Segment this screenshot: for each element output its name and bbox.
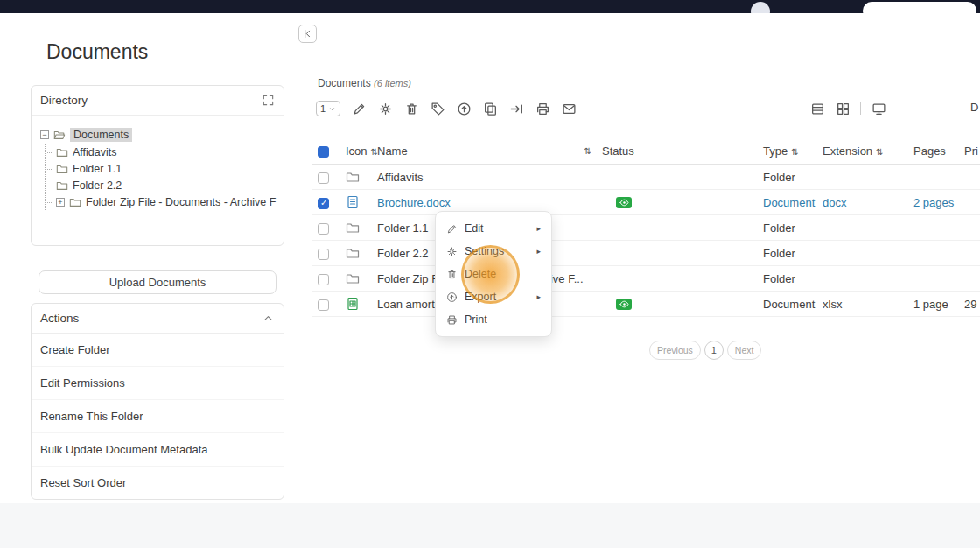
directory-panel: Directory − Documents Affidavits Fol (31, 85, 284, 246)
table-row[interactable]: Folder Zip File - Documents - Archive F.… (312, 266, 980, 292)
tree-node-folder-1-1[interactable]: Folder 1.1 (46, 160, 276, 177)
tree-node-label[interactable]: Folder Zip File - Documents - Archive F (86, 196, 276, 208)
action-reset-sort-order[interactable]: Reset Sort Order (32, 466, 284, 499)
tree-node-label[interactable]: Documents (70, 128, 132, 142)
circle-up-arrow-icon (457, 102, 472, 116)
page-title: Documents (46, 40, 284, 64)
row-checkbox[interactable] (318, 299, 329, 311)
tree-node-folder-zip[interactable]: + Folder Zip File - Documents - Archive … (46, 193, 276, 210)
table-view-button[interactable] (809, 101, 825, 116)
cell-status (597, 165, 758, 190)
tree-node-folder-2-2[interactable]: Folder 2.2 (46, 177, 276, 193)
context-menu-delete[interactable]: Delete (436, 263, 551, 285)
folder-icon (69, 196, 81, 208)
edit-button[interactable] (351, 101, 367, 116)
row-checkbox[interactable] (318, 223, 329, 235)
cell-pri (959, 190, 980, 215)
cell-pri (959, 241, 980, 266)
user-avatar[interactable] (751, 2, 770, 13)
cell-name[interactable]: Affidavits (372, 165, 597, 190)
folder-icon (346, 221, 360, 235)
cell-extension: docx (817, 190, 908, 215)
view-switcher (809, 101, 886, 116)
row-checkbox[interactable] (318, 274, 329, 285)
tree-expand-toggle[interactable]: + (56, 198, 65, 207)
preview-view-button[interactable] (871, 101, 886, 116)
cell-pages (908, 266, 959, 292)
toolbar-divider (860, 102, 861, 115)
page-number-button[interactable]: 1 (704, 341, 724, 360)
sort-icon[interactable]: ⇅ (876, 147, 883, 157)
context-menu-print[interactable]: Print (436, 308, 551, 331)
expand-fullscreen-icon[interactable] (262, 94, 275, 107)
row-checkbox[interactable] (318, 249, 329, 260)
select-all-checkbox[interactable] (318, 146, 329, 158)
context-menu-export[interactable]: Export ▸ (436, 285, 551, 308)
cell-extension (817, 241, 908, 266)
tree-node-label[interactable]: Affidavits (73, 146, 117, 158)
cell-status (597, 215, 758, 241)
folder-icon (346, 271, 360, 285)
cell-type: Folder (758, 215, 817, 241)
export-button[interactable] (456, 101, 472, 116)
pencil-icon (352, 102, 367, 116)
sort-icon[interactable]: ⇅ (791, 147, 798, 157)
top-navigation-bar (0, 0, 980, 13)
folder-icon (56, 146, 68, 158)
list-item-count: (6 items) (374, 78, 411, 88)
pencil-icon (446, 223, 458, 235)
tree-node-label[interactable]: Folder 1.1 (73, 163, 122, 175)
caret-down-icon (328, 105, 336, 113)
settings-button[interactable] (377, 101, 393, 116)
print-button[interactable] (535, 101, 550, 116)
tree-node-affidavits[interactable]: Affidavits (46, 144, 276, 160)
action-create-folder[interactable]: Create Folder (32, 334, 284, 366)
action-edit-permissions[interactable]: Edit Permissions (32, 366, 284, 399)
row-checkbox[interactable] (318, 172, 329, 184)
column-header-name: Name (377, 144, 408, 158)
previous-page-button[interactable]: Previous (649, 341, 701, 360)
context-menu-settings[interactable]: Settings ▸ (436, 240, 551, 263)
gear-icon (446, 246, 458, 257)
next-page-button[interactable]: Next (727, 341, 762, 360)
tree-node-documents-root[interactable]: − Documents (40, 126, 276, 144)
copy-button[interactable] (482, 101, 498, 116)
directory-panel-title: Directory (40, 94, 88, 107)
page-size-select[interactable]: 1 (316, 101, 340, 116)
table-row[interactable]: Folder 2.2 Folder (312, 241, 980, 266)
action-rename-folder[interactable]: Rename This Folder (32, 399, 284, 432)
table-row[interactable]: Loan amortization Document xlsx 1 page 2… (312, 292, 980, 317)
cell-pri: 29 (959, 292, 980, 317)
sort-icon[interactable]: ⇅ (584, 146, 592, 156)
column-header-icon: Icon (346, 144, 368, 158)
tag-icon (430, 102, 445, 116)
action-bulk-update-metadata[interactable]: Bulk Update Document Metadata (32, 432, 284, 466)
row-checkbox-checked[interactable] (318, 198, 329, 209)
collapse-sidebar-button[interactable] (298, 25, 317, 43)
tree-collapse-toggle[interactable]: − (40, 130, 49, 139)
cell-type: Document (758, 190, 817, 215)
folder-icon (346, 246, 360, 260)
email-button[interactable] (561, 101, 577, 116)
tree-node-label[interactable]: Folder 2.2 (73, 179, 122, 192)
chevron-up-icon[interactable] (262, 312, 275, 325)
cell-extension (817, 215, 908, 241)
context-menu-edit[interactable]: Edit ▸ (436, 217, 551, 240)
circle-up-arrow-icon (446, 292, 458, 303)
table-row[interactable]: Affidavits Folder (312, 165, 980, 190)
delete-button[interactable] (403, 101, 419, 116)
grid-view-button[interactable] (835, 101, 850, 116)
tag-button[interactable] (430, 101, 445, 116)
copy-icon (483, 102, 498, 116)
printer-icon (446, 314, 458, 326)
truncated-view-label[interactable]: D (970, 101, 978, 114)
search-input[interactable] (863, 2, 976, 13)
cell-pages: 2 pages (908, 190, 959, 215)
upload-documents-button[interactable]: Upload Documents (38, 270, 276, 294)
table-row[interactable]: Folder 1.1 Folder (312, 215, 980, 241)
table-row-selected[interactable]: Brochure.docx Document docx 2 pages (312, 190, 980, 215)
actions-panel: Actions Create Folder Edit Permissions R… (31, 303, 284, 500)
status-viewable-badge (616, 197, 632, 208)
move-button[interactable] (508, 101, 524, 116)
column-header-extension: Extension (822, 144, 872, 158)
